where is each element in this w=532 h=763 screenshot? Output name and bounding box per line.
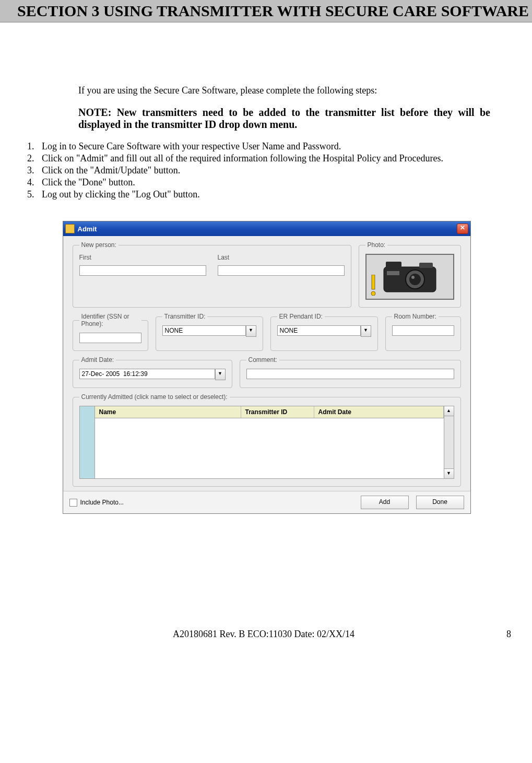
new-person-legend: New person: (79, 241, 119, 249)
svg-rect-3 (386, 262, 401, 268)
transmitter-id-group: Transmitter ID: ▼ (156, 313, 263, 351)
include-photo-label: Include Photo... (80, 499, 124, 506)
svg-rect-0 (372, 275, 375, 289)
footer-revision: A20180681 Rev. B ECO:11030 Date: 02/XX/1… (21, 629, 506, 640)
steps-list: Log in to Secure Care Software with your… (37, 141, 511, 200)
section-header: SECTION 3 USING TRANSMITTER WITH SECURE … (0, 0, 532, 22)
admitted-table[interactable]: Name Transmitter ID Admit Date ▲ ▼ (79, 406, 454, 479)
column-admit-date[interactable]: Admit Date (314, 406, 444, 418)
list-item: Log in to Secure Care Software with your… (37, 141, 511, 152)
table-row-header-gutter (79, 406, 95, 479)
admit-date-legend: Admit Date: (79, 356, 116, 363)
table-body[interactable] (95, 418, 444, 479)
chevron-down-icon[interactable]: ▼ (444, 468, 454, 478)
currently-admitted-group: Currently Admitted (click name to select… (73, 393, 461, 487)
column-name[interactable]: Name (95, 406, 241, 418)
first-name-input[interactable] (79, 265, 206, 276)
identifier-group: Identifier (SSN or Phone): (73, 313, 148, 351)
camera-icon (379, 259, 441, 295)
chevron-up-icon[interactable]: ▲ (444, 406, 454, 416)
comment-group: Comment: (240, 356, 461, 388)
note-text: New transmitters need to be added to the… (78, 107, 490, 130)
svg-rect-8 (387, 271, 399, 275)
currently-admitted-legend: Currently Admitted (click name to select… (79, 393, 230, 401)
admit-dialog: Admit ✕ New person: First Last (63, 221, 471, 514)
add-button[interactable]: Add (361, 496, 409, 509)
comment-input[interactable] (246, 369, 454, 379)
dialog-title: Admit (78, 225, 457, 233)
svg-rect-4 (419, 263, 433, 268)
last-name-label: Last (218, 254, 345, 261)
close-icon[interactable]: ✕ (457, 224, 468, 234)
table-header-row: Name Transmitter ID Admit Date (95, 406, 444, 418)
comment-legend: Comment: (246, 356, 279, 363)
room-number-legend: Room Number: (392, 313, 439, 320)
titlebar[interactable]: Admit ✕ (63, 221, 470, 236)
svg-point-6 (409, 274, 421, 285)
list-item: Click on the "Admit/Update" button. (37, 165, 511, 176)
note-paragraph: NOTE: New transmitters need to be added … (78, 107, 490, 131)
svg-point-1 (371, 291, 375, 296)
column-transmitter-id[interactable]: Transmitter ID (241, 406, 314, 418)
app-icon (65, 224, 75, 233)
er-pendant-select[interactable] (277, 325, 361, 336)
transmitter-id-select[interactable] (162, 325, 246, 336)
page-footer: A20180681 Rev. B ECO:11030 Date: 02/XX/1… (0, 629, 532, 640)
svg-point-7 (411, 276, 415, 279)
photo-group: Photo: (359, 241, 461, 308)
done-button[interactable]: Done (416, 496, 464, 509)
intro-text: If you are using the Secure Care Softwar… (78, 85, 511, 96)
include-photo-checkbox[interactable] (69, 499, 77, 507)
identifier-input[interactable] (79, 333, 141, 343)
transmitter-id-legend: Transmitter ID: (162, 313, 208, 320)
note-label: NOTE (78, 107, 108, 118)
vertical-scrollbar[interactable]: ▲ ▼ (444, 406, 454, 479)
er-pendant-legend: ER Pendant ID: (277, 313, 325, 320)
footer-page-number: 8 (506, 629, 511, 640)
chevron-down-icon[interactable]: ▼ (361, 325, 371, 337)
chevron-down-icon[interactable]: ▼ (246, 325, 256, 337)
list-item: Click the "Done" button. (37, 177, 511, 188)
last-name-input[interactable] (218, 265, 345, 276)
room-number-group: Room Number: (385, 313, 461, 351)
alert-icon (370, 275, 377, 296)
photo-legend: Photo: (365, 241, 388, 249)
identifier-legend: Identifier (SSN or Phone): (79, 313, 141, 327)
first-name-label: First (79, 254, 206, 261)
list-item: Log out by clicking the "Log Out" button… (37, 189, 511, 200)
new-person-group: New person: First Last (73, 241, 351, 308)
chevron-down-icon[interactable]: ▼ (215, 369, 226, 380)
admit-date-group: Admit Date: ▼ (73, 356, 232, 388)
room-number-input[interactable] (392, 325, 454, 336)
admit-date-select[interactable] (79, 369, 215, 379)
list-item: Click on "Admit" and fill out all of the… (37, 153, 511, 164)
er-pendant-group: ER Pendant ID: ▼ (270, 313, 378, 351)
photo-preview[interactable] (365, 254, 454, 300)
